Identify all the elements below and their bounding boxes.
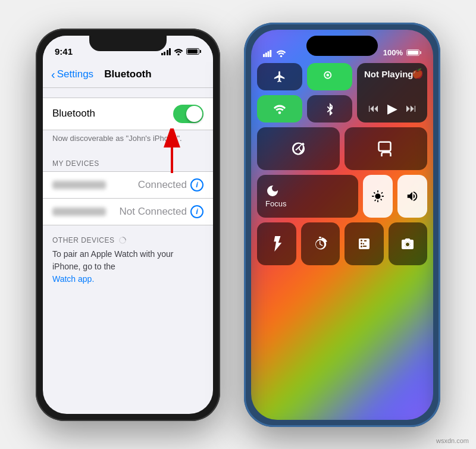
rotation-lock-icon (290, 140, 307, 157)
screen-mirror-button[interactable] (345, 127, 427, 170)
other-devices-label: OTHER DEVICES (52, 236, 115, 244)
red-arrow-indicator (164, 128, 180, 178)
volume-slider[interactable] (397, 175, 427, 218)
svg-rect-6 (270, 49, 271, 56)
focus-label: Focus (265, 199, 286, 208)
control-center-grid: 🍎 Not Playing ⏮ ▶ ⏭ (257, 63, 427, 408)
battery-percent: 100% (383, 48, 403, 57)
timer-button[interactable] (301, 222, 340, 265)
scene: 9:41 (0, 0, 476, 449)
notch (89, 36, 167, 51)
device1-info-icon[interactable]: i (190, 178, 203, 191)
svg-rect-3 (263, 54, 265, 56)
signal-bars-icon (161, 48, 171, 55)
battery-icon (186, 48, 201, 55)
play-button[interactable]: ▶ (387, 101, 397, 117)
svg-point-8 (278, 111, 281, 114)
moon-icon (265, 184, 280, 198)
device2-info-icon[interactable]: i (190, 205, 203, 218)
brightness-icon (371, 190, 384, 203)
status-time: 9:41 (55, 46, 73, 56)
svg-rect-10 (381, 152, 390, 156)
prev-button[interactable]: ⏮ (368, 102, 379, 115)
svg-rect-4 (265, 52, 267, 57)
wifi-button[interactable] (257, 95, 302, 123)
connectivity-cluster (257, 63, 352, 123)
svg-rect-9 (378, 142, 390, 150)
discoverable-text: Now discoverable as "John's iPhone". (43, 130, 213, 149)
next-button[interactable]: ⏭ (406, 102, 416, 115)
status-right: 100% (383, 48, 421, 57)
device1-name (52, 181, 106, 189)
spinner-icon (118, 236, 127, 244)
wifi-icon-2 (276, 49, 286, 57)
screen-lock-button[interactable] (257, 127, 340, 170)
bluetooth-toggle[interactable] (173, 105, 203, 123)
playback-controls: ⏮ ▶ ⏭ (364, 101, 420, 117)
flashlight-icon (271, 236, 282, 252)
dynamic-island (306, 36, 378, 56)
watch-app-link[interactable]: Watch app. (52, 274, 94, 284)
chevron-left-icon: ‹ (51, 68, 55, 81)
settings-content: Bluetooth Now discoverable as "John's iP… (43, 88, 213, 285)
svg-point-0 (177, 54, 179, 55)
camera-button[interactable] (389, 222, 428, 265)
bar4 (169, 48, 171, 55)
device2-status-text: Not Connected (120, 206, 187, 218)
now-playing-title: Not Playing (364, 69, 414, 79)
phone2-control-center: 100% (244, 23, 440, 427)
focus-button[interactable]: Focus (257, 175, 358, 218)
airplane-icon (273, 70, 286, 83)
cc-mini-row-2 (257, 95, 352, 123)
camera-icon (400, 237, 415, 250)
bluetooth-icon (325, 102, 334, 115)
cc-top-row: 🍎 Not Playing ⏮ ▶ ⏭ (257, 63, 427, 123)
other-devices-section: OTHER DEVICES (43, 225, 213, 248)
cellular-button[interactable] (307, 63, 352, 90)
back-button[interactable]: ‹ Settings (51, 68, 93, 81)
screen-mirror-icon (377, 141, 395, 156)
device1-status: Connected i (138, 178, 203, 191)
toggle-knob (186, 106, 202, 122)
back-label: Settings (57, 68, 93, 80)
device-row-1: Connected i (43, 171, 213, 199)
status-left (263, 49, 286, 57)
nav-bar: ‹ Settings Bluetooth (43, 62, 213, 88)
cc-bottom-row (257, 222, 427, 265)
bar3 (167, 50, 168, 55)
cc-focus-row: Focus (257, 175, 427, 218)
phone1-bluetooth: 9:41 (36, 29, 220, 421)
watch-pair-text: To pair an Apple Watch with your iPhone,… (43, 248, 213, 285)
device2-status: Not Connected i (120, 205, 203, 218)
device1-status-text: Connected (138, 179, 187, 191)
watermark: wsxdn.com (436, 437, 469, 444)
bluetooth-label: Bluetooth (52, 108, 95, 120)
svg-rect-5 (268, 51, 270, 57)
bar1 (161, 53, 163, 55)
status-icons (161, 48, 202, 55)
brightness-slider[interactable] (363, 175, 393, 218)
bluetooth-button[interactable] (307, 95, 352, 123)
page-title: Bluetooth (104, 68, 151, 80)
wifi-icon (174, 48, 183, 55)
device2-name (52, 208, 106, 216)
not-playing-label: Not Playing (364, 69, 414, 80)
cellular-icon (323, 70, 336, 83)
flashlight-button[interactable] (257, 222, 296, 265)
calculator-icon (357, 237, 371, 251)
timer-icon (313, 237, 327, 251)
cc-mid-row (257, 127, 427, 170)
wifi-control-icon (273, 103, 286, 115)
cc-mini-row-1 (257, 63, 352, 90)
calculator-button[interactable] (345, 222, 384, 265)
my-devices-header: MY DEVICES (43, 149, 213, 171)
svg-rect-12 (319, 237, 321, 238)
volume-icon (406, 190, 419, 203)
bar2 (164, 52, 165, 55)
airplane-mode-button[interactable] (257, 63, 302, 90)
watch-pair-main: To pair an Apple Watch with your iPhone,… (52, 249, 173, 271)
device-row-2: Not Connected i (43, 199, 213, 225)
svg-point-7 (280, 55, 283, 56)
bluetooth-toggle-row: Bluetooth (43, 98, 213, 130)
signal-icon (263, 49, 274, 57)
